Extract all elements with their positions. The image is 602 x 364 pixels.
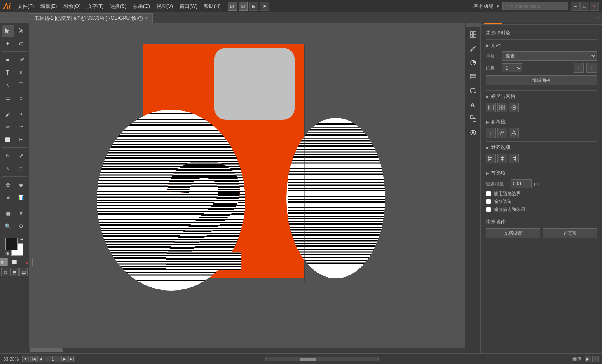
bridge-button[interactable]: Br	[228, 2, 237, 11]
search-input[interactable]	[502, 2, 568, 10]
warp-tool[interactable]: ⤡	[2, 162, 14, 175]
gradient-tool[interactable]: ▦	[2, 207, 14, 219]
workspace-label[interactable]: 基本功能	[473, 3, 493, 10]
align-header[interactable]: ▶ 对齐选项	[486, 144, 597, 151]
stock-button[interactable]: St	[239, 2, 248, 11]
selection-tool[interactable]	[2, 25, 14, 37]
scale-stroke-checkbox[interactable]	[486, 207, 491, 212]
eyedropper-tool[interactable]: 🔍	[2, 220, 14, 232]
live-paint-tool[interactable]: ◈	[15, 178, 27, 191]
cc-libraries-icon[interactable]	[466, 84, 480, 97]
arc-tool[interactable]: ⌒	[15, 79, 27, 91]
document-tab[interactable]: 未标题-1 [已恢复].ai* @ 33.33% (RGB/GPU 预览) ×	[29, 13, 153, 23]
stop-btn[interactable]: ⏸	[592, 356, 599, 362]
artboard-select[interactable]: 1	[502, 63, 522, 72]
show-guides-btn[interactable]	[486, 128, 496, 138]
smooth-tool[interactable]: 〜	[15, 121, 27, 133]
last-artboard-btn[interactable]: ▶|	[68, 356, 75, 362]
unit-select[interactable]: 像素	[502, 51, 597, 61]
blob-brush-tool[interactable]: ✦	[15, 108, 27, 120]
normal-draw-mode[interactable]: □	[1, 268, 9, 276]
eraser-tool[interactable]: ⬜	[2, 133, 14, 146]
zoom-tool[interactable]: ⊕	[15, 220, 27, 232]
menu-file[interactable]: 文件(F)	[15, 2, 37, 11]
align-right-btn[interactable]	[509, 154, 519, 163]
lock-guides-btn[interactable]	[497, 128, 507, 138]
scale-tool[interactable]: ⤢	[15, 149, 27, 162]
paintbrush-tool[interactable]: 🖌	[2, 108, 14, 120]
mesh-tool[interactable]: #	[15, 207, 27, 219]
horizontal-scrollbar[interactable]	[29, 348, 475, 353]
document-section-header[interactable]: ▶ 文档	[486, 42, 597, 49]
arrange-button[interactable]: ⊞	[249, 2, 258, 11]
pen-tool[interactable]: ✒	[2, 54, 14, 66]
preview-bounds-checkbox[interactable]	[486, 191, 491, 196]
libraries-panel-icon[interactable]	[466, 28, 480, 41]
edit-artboard-button[interactable]: 编辑画板	[486, 75, 597, 85]
horizontal-scroll-indicator[interactable]	[265, 357, 379, 361]
reset-colors-icon[interactable]: ◨	[5, 252, 9, 256]
free-transform-tool[interactable]: ⬚	[15, 162, 27, 175]
prefs-button[interactable]: 首选项	[543, 228, 597, 238]
prefs-header[interactable]: ▶ 首选项	[486, 170, 597, 177]
next-artboard-btn2[interactable]: ▶	[61, 356, 68, 362]
menu-object[interactable]: 对象(O)	[61, 2, 83, 11]
none-button[interactable]: ∅	[21, 258, 33, 266]
guides-header[interactable]: ▶ 参考线	[486, 119, 597, 126]
first-artboard-btn[interactable]: |◀	[30, 356, 37, 362]
play-btn[interactable]: ▶	[585, 356, 591, 362]
perspective-grid-tool[interactable]: ⊞	[2, 191, 14, 203]
scale-corners-checkbox[interactable]	[486, 199, 491, 204]
h-scroll-thumb[interactable]	[300, 358, 316, 361]
artboard-number-input[interactable]	[45, 356, 61, 362]
draw-inside-mode[interactable]: ⬓	[19, 268, 28, 276]
menu-help[interactable]: 帮助(H)	[201, 2, 224, 11]
doc-setup-button[interactable]: 文档设置	[486, 228, 540, 238]
snap-grid-btn[interactable]	[509, 103, 519, 112]
direct-selection-tool[interactable]	[15, 25, 27, 37]
ellipse-tool[interactable]: ○	[15, 92, 27, 104]
restore-button[interactable]: □	[580, 2, 589, 11]
transform-panel-icon[interactable]	[466, 112, 480, 125]
swap-colors-icon[interactable]: ⇄	[20, 238, 23, 242]
minimize-button[interactable]: ─	[571, 2, 580, 11]
fill-button[interactable]: ■	[0, 258, 8, 266]
appearance-panel-icon[interactable]	[466, 126, 480, 139]
draw-behind-mode[interactable]: ⬒	[10, 268, 19, 276]
pencil-tool[interactable]: ✏	[2, 121, 14, 133]
next-artboard-btn[interactable]: ›	[586, 63, 597, 73]
shape-builder-tool[interactable]: ⊕	[2, 178, 14, 191]
menu-edit[interactable]: 编辑(E)	[37, 2, 60, 11]
type-panel-icon[interactable]: A	[466, 98, 480, 111]
zoom-dropdown-btn[interactable]: ▼	[22, 356, 29, 362]
touch-type-tool[interactable]: T⃝	[15, 66, 27, 79]
curvature-tool[interactable]: 𝒫	[15, 54, 27, 66]
canvas-area[interactable]: 2 2	[29, 23, 480, 353]
scissors-tool[interactable]: ✂	[15, 133, 27, 146]
align-center-btn[interactable]	[497, 154, 507, 163]
foreground-color[interactable]	[5, 238, 18, 250]
rotate-tool[interactable]: ↻	[2, 149, 14, 162]
horizontal-scroll-thumb[interactable]	[30, 348, 63, 352]
panel-collapse-icon[interactable]: »	[593, 12, 602, 23]
prev-artboard-btn[interactable]: ◀	[37, 356, 44, 362]
tab-close-button[interactable]: ×	[145, 16, 148, 21]
brushes-panel-icon[interactable]	[466, 42, 480, 55]
nudge-value-input[interactable]	[511, 179, 532, 188]
align-left-btn[interactable]	[486, 154, 496, 163]
show-grid-btn[interactable]	[497, 103, 507, 112]
line-segment-tool[interactable]: /	[0, 77, 16, 94]
menu-window[interactable]: 窗口(W)	[177, 2, 200, 11]
smart-guides-btn[interactable]	[509, 128, 519, 138]
arrow-button[interactable]: ➤	[260, 2, 269, 11]
layers-panel-icon[interactable]	[466, 70, 480, 83]
close-button[interactable]: ✕	[590, 2, 599, 11]
menu-view[interactable]: 视图(V)	[154, 2, 176, 11]
lasso-tool[interactable]: ⊂	[15, 37, 27, 50]
menu-type[interactable]: 文字(T)	[84, 2, 106, 11]
menu-select[interactable]: 选择(S)	[107, 2, 129, 11]
rectangle-tool[interactable]: ▭	[2, 92, 14, 104]
show-rulers-btn[interactable]	[486, 103, 496, 112]
stroke-button[interactable]: ⬜	[9, 258, 20, 266]
magic-wand-tool[interactable]: ✦	[2, 37, 14, 50]
